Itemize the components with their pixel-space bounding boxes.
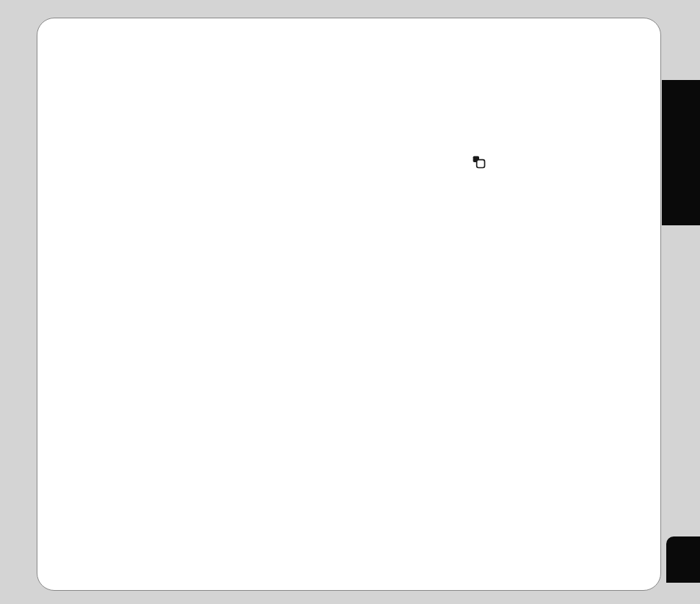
copy-icon[interactable] xyxy=(472,155,486,170)
svg-rect-1 xyxy=(477,160,485,168)
side-panel-bottom xyxy=(666,536,700,583)
main-card xyxy=(37,18,661,591)
side-panel-top xyxy=(662,80,700,225)
